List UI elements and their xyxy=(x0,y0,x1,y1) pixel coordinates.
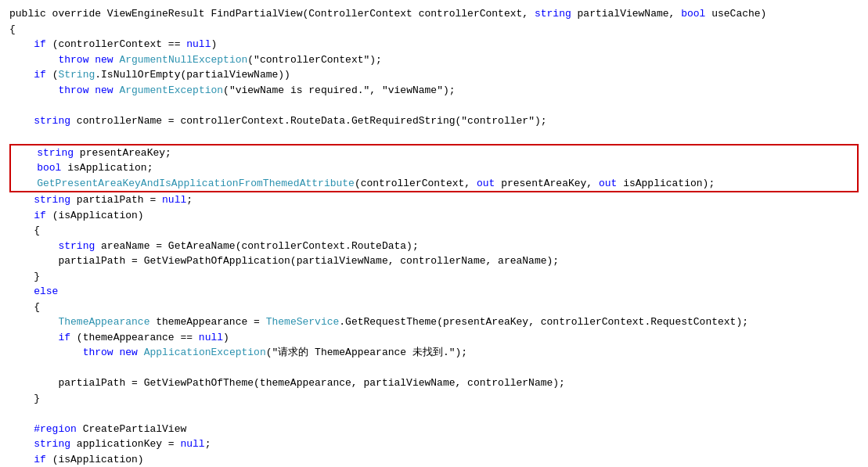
code-token xyxy=(13,162,37,174)
code-token: (isApplication) xyxy=(46,210,144,221)
code-token: null xyxy=(180,438,204,450)
code-token xyxy=(9,332,58,343)
code-token: ApplicationException xyxy=(144,347,266,358)
code-line: if (isApplication) xyxy=(9,452,859,468)
code-token: string xyxy=(34,438,70,450)
code-line: string controllerName = controllerContex… xyxy=(9,113,859,129)
code-line: { xyxy=(9,223,859,239)
code-line: ThemeAppearance themeAppearance = ThemeS… xyxy=(9,314,859,330)
code-line: throw new ArgumentException("viewName is… xyxy=(9,83,859,99)
code-token: presentAreaKey; xyxy=(74,147,171,159)
code-line: string presentAreaKey; xyxy=(13,145,855,161)
code-token: if xyxy=(58,332,70,343)
code-token: isApplication; xyxy=(61,162,153,174)
code-token: String xyxy=(58,69,95,81)
code-token xyxy=(9,84,58,96)
code-token: string xyxy=(535,8,571,20)
code-line: string areaName = GetAreaName(controller… xyxy=(9,239,859,254)
code-token: new xyxy=(119,347,137,358)
code-token: ) xyxy=(223,332,229,343)
code-token: ("viewName is required.", "viewName"); xyxy=(223,84,455,96)
code-line: else xyxy=(9,284,859,300)
code-token: ) xyxy=(211,38,217,50)
code-line: if (isApplication) xyxy=(9,208,859,224)
code-token: ThemeAppearance xyxy=(58,316,149,328)
code-token: (themeAppearance == xyxy=(70,332,199,343)
code-token: out xyxy=(477,178,495,189)
code-token: null xyxy=(186,38,211,50)
code-token: ArgumentNullException xyxy=(119,54,247,66)
code-token xyxy=(138,347,144,358)
code-token: controllerName = controllerContext.Route… xyxy=(70,115,547,127)
code-token: if xyxy=(34,38,46,50)
code-line: bool isApplication; xyxy=(13,160,855,176)
code-token: #region xyxy=(34,423,77,435)
code-token: .GetRequestTheme(presentAreaKey, control… xyxy=(339,316,748,328)
code-token: applicationKey = xyxy=(70,438,180,450)
code-token xyxy=(9,454,34,465)
code-token: if xyxy=(34,454,46,465)
code-token: throw xyxy=(58,54,88,66)
code-token: ArgumentException xyxy=(119,84,223,96)
code-token: isApplication); xyxy=(617,178,715,189)
code-line: public override ViewEngineResult FindPar… xyxy=(9,6,859,22)
code-token: ThemeService xyxy=(266,316,340,328)
code-token: ; xyxy=(186,194,193,206)
code-line xyxy=(9,361,859,376)
code-token: themeAppearance = xyxy=(149,316,265,328)
code-token: { xyxy=(9,301,40,313)
code-token: (controllerContext, xyxy=(355,178,477,189)
code-token: public override ViewEngineResult FindPar… xyxy=(9,8,535,20)
code-line: throw new ArgumentNullException("control… xyxy=(9,52,859,68)
code-line: { xyxy=(9,22,859,38)
code-container: public override ViewEngineResult FindPar… xyxy=(0,0,868,467)
code-token xyxy=(9,210,34,221)
code-token: else xyxy=(34,286,58,297)
code-block: public override ViewEngineResult FindPar… xyxy=(9,6,859,467)
code-token: partialPath = GetViewPathOfTheme(themeAp… xyxy=(9,377,565,389)
code-token xyxy=(9,194,34,206)
code-token: useCache) xyxy=(705,8,766,20)
code-token xyxy=(9,54,58,66)
code-token: bool xyxy=(681,8,705,20)
code-line: throw new ApplicationException("请求的 Them… xyxy=(9,345,859,361)
code-token: { xyxy=(9,23,16,35)
code-token: if xyxy=(34,210,46,221)
code-token: { xyxy=(9,225,40,236)
code-token xyxy=(9,286,34,297)
code-token: null xyxy=(162,194,186,206)
code-token: ("请求的 ThemeAppearance 未找到."); xyxy=(266,347,467,358)
code-token xyxy=(9,347,83,358)
code-line: string partialPath = null; xyxy=(9,192,859,208)
code-token xyxy=(9,438,34,450)
code-line: if (themeAppearance == null) xyxy=(9,330,859,346)
code-token: partialViewName, xyxy=(571,8,681,20)
code-token: partialPath = GetViewPathOfApplication(p… xyxy=(9,255,559,267)
code-token: GetPresentAreaKeyAndIsApplicationFromThe… xyxy=(37,178,355,189)
code-token: new xyxy=(95,54,113,66)
code-line: partialPath = GetViewPathOfApplication(p… xyxy=(9,253,859,269)
code-token: .IsNullOrEmpty(partialViewName)) xyxy=(95,69,290,81)
code-line: } xyxy=(9,391,859,407)
code-token: areaName = GetAreaName(controllerContext… xyxy=(95,240,418,252)
code-token: } xyxy=(9,271,40,282)
code-token: presentAreaKey, xyxy=(495,178,599,189)
code-token: bool xyxy=(37,162,61,174)
code-token: ("controllerContext"); xyxy=(247,54,382,66)
code-token: if xyxy=(34,69,46,81)
code-token: ; xyxy=(205,438,211,450)
code-line xyxy=(9,406,859,422)
code-token xyxy=(9,115,34,127)
code-line: GetPresentAreaKeyAndIsApplicationFromThe… xyxy=(13,176,855,192)
code-token xyxy=(13,178,37,189)
code-token: string xyxy=(37,147,74,159)
code-token: partialPath = xyxy=(70,194,162,206)
code-token: throw xyxy=(58,84,88,96)
code-line: if (controllerContext == null) xyxy=(9,37,859,52)
code-token xyxy=(9,38,34,50)
code-token xyxy=(13,147,37,159)
code-token: string xyxy=(58,240,95,252)
code-token xyxy=(9,316,58,328)
code-line: } xyxy=(9,269,859,285)
code-token: string xyxy=(34,115,70,127)
